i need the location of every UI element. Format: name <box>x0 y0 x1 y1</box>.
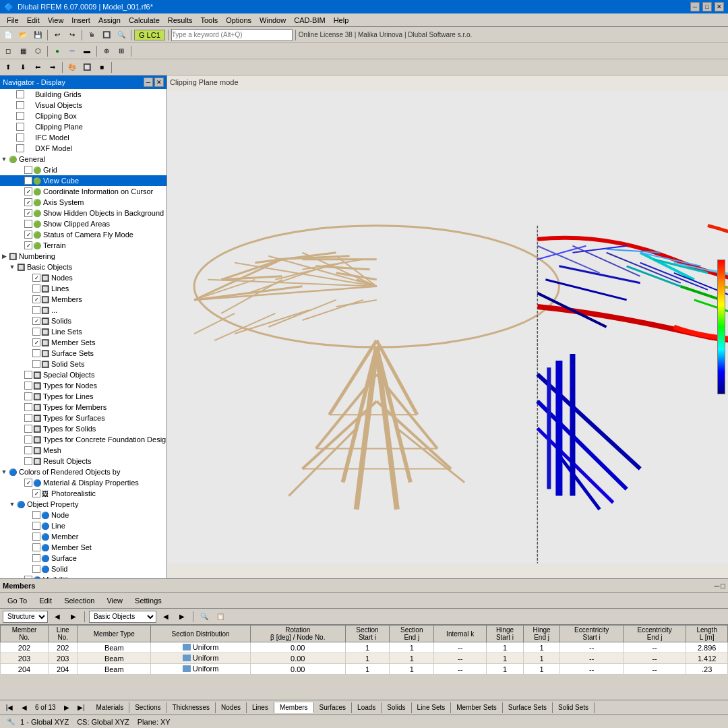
tree-item-39[interactable]: 🔵Node <box>0 510 166 520</box>
copy-btn[interactable]: 📋 <box>214 610 227 624</box>
tree-item-42[interactable]: 🔵Member Set <box>0 542 166 553</box>
tree-item-21[interactable]: 🔲Solids <box>0 315 166 326</box>
members-restore-btn[interactable]: □ <box>721 582 725 590</box>
tb2-btn3[interactable]: ⬡ <box>31 44 44 58</box>
tree-item-17[interactable]: 🔲Nodes <box>0 272 166 283</box>
tree-expand-10[interactable] <box>16 198 24 206</box>
redo-button[interactable]: ↪ <box>65 28 79 42</box>
tree-checkbox-29[interactable] <box>24 403 32 411</box>
tree-checkbox-17[interactable] <box>32 274 40 282</box>
page-last-btn[interactable]: ▶| <box>75 701 88 715</box>
tree-item-36[interactable]: 🔵Material & Display Properties <box>0 477 166 488</box>
table-row-1[interactable]: 203203BeamUniform0.0011--11----1.412 <box>1 653 728 664</box>
tb3-btn2[interactable]: ⬇ <box>16 61 30 74</box>
open-button[interactable]: 📂 <box>16 28 30 42</box>
tree-checkbox-39[interactable] <box>32 511 40 519</box>
tree-checkbox-33[interactable] <box>24 446 32 454</box>
tree-expand-6[interactable]: ▼ <box>0 155 8 163</box>
tree-item-0[interactable]: Building Grids <box>0 89 166 100</box>
tree-item-15[interactable]: ▶🔲Numbering <box>0 251 166 262</box>
view3d-button[interactable]: 🔲 <box>100 28 113 42</box>
tree-checkbox-20[interactable] <box>32 306 40 314</box>
menu-item-view[interactable]: View <box>44 15 68 26</box>
bottom-tab-thicknesses[interactable]: Thicknesses <box>167 702 216 713</box>
tree-expand-43[interactable] <box>24 554 32 562</box>
tree-checkbox-14[interactable] <box>24 241 32 249</box>
tree-checkbox-28[interactable] <box>24 392 32 400</box>
tb2-member-btn[interactable]: ▬ <box>80 44 94 58</box>
bottom-tab-sections[interactable]: Sections <box>129 702 166 713</box>
menu-item-options[interactable]: Options <box>222 15 255 26</box>
bottom-tab-solid-sets[interactable]: Solid Sets <box>553 702 595 713</box>
select-button[interactable]: 🖱 <box>85 28 98 42</box>
tree-checkbox-4[interactable] <box>16 133 24 142</box>
basic-objects-dropdown[interactable]: Basic Objects <box>89 611 156 623</box>
nav-close-btn[interactable]: ✕ <box>154 78 164 87</box>
tree-expand-16[interactable]: ▼ <box>8 263 16 271</box>
tree-item-27[interactable]: 🔲Types for Nodes <box>0 380 166 391</box>
tree-expand-34[interactable] <box>16 457 24 465</box>
tree-checkbox-42[interactable] <box>32 543 40 551</box>
tree-checkbox-44[interactable] <box>32 565 40 573</box>
tree-expand-27[interactable] <box>16 382 24 390</box>
tree-expand-22[interactable] <box>24 328 32 336</box>
bottom-tab-solids[interactable]: Solids <box>382 702 411 713</box>
tb3-btn4[interactable]: ➡ <box>46 61 59 74</box>
tree-expand-5[interactable] <box>8 144 16 152</box>
new-button[interactable]: 📄 <box>1 28 15 42</box>
page-prev-btn[interactable]: ◀ <box>18 701 31 715</box>
tree-checkbox-41[interactable] <box>32 533 40 541</box>
tree-item-4[interactable]: IFC Model <box>0 132 166 143</box>
tree-item-32[interactable]: 🔲Types for Concrete Foundation Design <box>0 434 166 445</box>
menu-item-help[interactable]: Help <box>330 15 353 26</box>
tree-expand-30[interactable] <box>16 414 24 422</box>
undo-button[interactable]: ↩ <box>51 28 64 42</box>
tree-checkbox-5[interactable] <box>16 144 24 152</box>
tree-expand-4[interactable] <box>8 133 16 142</box>
tree-item-40[interactable]: 🔵Line <box>0 520 166 531</box>
tree-item-20[interactable]: 🔲... <box>0 305 166 315</box>
status-icon-btn[interactable]: 🔧 <box>4 715 18 729</box>
tree-item-23[interactable]: 🔲Member Sets <box>0 337 166 348</box>
tree-checkbox-1[interactable] <box>16 101 24 109</box>
tree-checkbox-0[interactable] <box>16 90 24 98</box>
tree-checkbox-13[interactable] <box>24 231 32 239</box>
tree-expand-28[interactable] <box>16 392 24 400</box>
tree-expand-26[interactable] <box>16 371 24 379</box>
tree-item-24[interactable]: 🔲Surface Sets <box>0 348 166 359</box>
tb2-btn2[interactable]: ▦ <box>16 44 30 58</box>
tree-expand-40[interactable] <box>24 522 32 530</box>
tree-checkbox-32[interactable] <box>24 435 32 444</box>
tb3-btn3[interactable]: ⬅ <box>31 61 44 74</box>
page-next-btn[interactable]: ▶ <box>60 701 73 715</box>
tree-item-19[interactable]: 🔲Members <box>0 294 166 305</box>
bottom-tab-member-sets[interactable]: Member Sets <box>451 702 502 713</box>
tree-expand-11[interactable] <box>16 209 24 217</box>
tree-checkbox-12[interactable] <box>24 220 32 228</box>
tree-expand-3[interactable] <box>8 123 16 131</box>
tree-expand-32[interactable] <box>16 435 24 444</box>
tree-expand-45[interactable] <box>16 576 24 578</box>
tree-item-28[interactable]: 🔲Types for Lines <box>0 391 166 402</box>
tree-checkbox-3[interactable] <box>16 123 24 131</box>
filter-btn[interactable]: 🔍 <box>198 610 211 624</box>
tb3-render-btn[interactable]: 🎨 <box>65 61 79 74</box>
menu-item-insert[interactable]: Insert <box>67 15 94 26</box>
tree-checkbox-18[interactable] <box>32 284 40 293</box>
table-row-2[interactable]: 204204BeamUniform0.0011--11----.23 <box>1 664 728 675</box>
tree-item-34[interactable]: 🔲Result Objects <box>0 456 166 466</box>
tree-item-41[interactable]: 🔵Member <box>0 531 166 542</box>
page-first-btn[interactable]: |◀ <box>3 701 16 715</box>
tree-expand-39[interactable] <box>24 511 32 519</box>
tree-item-31[interactable]: 🔲Types for Solids <box>0 423 166 434</box>
tree-item-25[interactable]: 🔲Solid Sets <box>0 359 166 369</box>
menu-item-file[interactable]: File <box>3 15 23 26</box>
struct-next-btn[interactable]: ▶ <box>67 610 80 624</box>
tree-checkbox-7[interactable] <box>24 166 32 174</box>
basic-prev-btn[interactable]: ◀ <box>159 610 173 624</box>
tree-expand-8[interactable] <box>16 177 24 185</box>
tree-checkbox-21[interactable] <box>32 317 40 325</box>
menu-item-window[interactable]: Window <box>255 15 290 26</box>
tree-expand-19[interactable] <box>24 295 32 303</box>
tree-item-7[interactable]: 🟢Grid <box>0 164 166 175</box>
